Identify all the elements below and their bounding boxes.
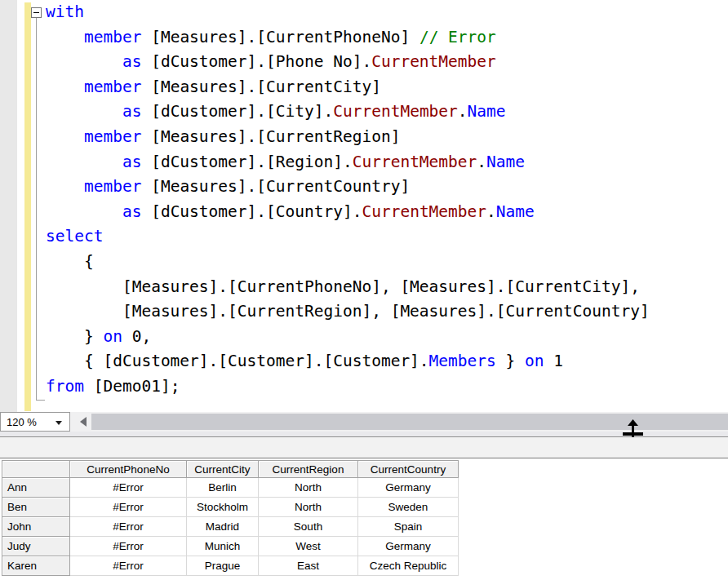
grid-cell[interactable]: #Error xyxy=(70,498,187,517)
row-header[interactable]: Judy xyxy=(2,537,70,556)
column-header[interactable]: CurrentCity xyxy=(187,461,259,478)
code-line: as [dCustomer].[Region].CurrentMember.Na… xyxy=(46,150,723,175)
column-header[interactable]: CurrentPhoneNo xyxy=(70,461,187,478)
grid-cell[interactable]: West xyxy=(259,537,358,556)
grid-cell[interactable]: Berlin xyxy=(187,478,259,498)
grid-cell[interactable]: #Error xyxy=(70,556,187,576)
table-row: John#ErrorMadridSouthSpain xyxy=(2,517,459,537)
grid-header-row: CurrentPhoneNoCurrentCityCurrentRegionCu… xyxy=(2,461,459,478)
grid-cell[interactable]: Germany xyxy=(358,478,459,498)
grid-cell[interactable]: South xyxy=(259,517,358,537)
zoom-level-value: 120 % xyxy=(7,416,37,428)
table-row: Judy#ErrorMunichWestGermany xyxy=(2,537,459,556)
outline-guide-foot xyxy=(36,400,45,401)
code-line: { [dCustomer].[Customer].[Customer].Memb… xyxy=(46,349,723,374)
grid-cell[interactable]: North xyxy=(259,478,358,498)
code-line: from [Demo01]; xyxy=(46,374,723,400)
indicator-margin xyxy=(0,0,17,412)
change-tracking-bar xyxy=(24,2,31,411)
grid-cell[interactable]: Stockholm xyxy=(187,498,259,517)
horizontal-scrollbar-thumb[interactable] xyxy=(91,414,728,430)
grid-cell[interactable]: Munich xyxy=(187,537,259,556)
fold-collapse-button[interactable] xyxy=(31,7,42,18)
grid-cell[interactable]: #Error xyxy=(70,478,187,498)
chevron-down-icon xyxy=(55,421,62,425)
grid-cell[interactable]: Spain xyxy=(358,517,459,537)
table-row: Ben#ErrorStockholmNorthSweden xyxy=(2,498,459,517)
outline-guide-line xyxy=(36,18,37,400)
results-grid-pane: CurrentPhoneNoCurrentCityCurrentRegionCu… xyxy=(0,458,728,580)
grid-cell[interactable]: North xyxy=(259,498,358,517)
grid-body: Ann#ErrorBerlinNorthGermanyBen#ErrorStoc… xyxy=(2,478,459,576)
grid-cell[interactable]: #Error xyxy=(70,537,187,556)
grid-cell[interactable]: #Error xyxy=(70,517,187,537)
results-grid: CurrentPhoneNoCurrentCityCurrentRegionCu… xyxy=(2,460,459,576)
scroll-left-button[interactable] xyxy=(78,413,88,431)
grid-corner-cell[interactable] xyxy=(2,461,70,478)
row-header[interactable]: Ben xyxy=(2,498,70,517)
table-row: Ann#ErrorBerlinNorthGermany xyxy=(2,478,459,498)
code-lines[interactable]: with member [Measures].[CurrentPhoneNo] … xyxy=(46,0,723,408)
code-line: member [Measures].[CurrentPhoneNo] // Er… xyxy=(46,25,723,51)
row-header[interactable]: Karen xyxy=(2,556,70,576)
grid-cell[interactable]: Germany xyxy=(358,537,459,556)
grid-cell[interactable]: Madrid xyxy=(187,517,259,537)
column-header[interactable]: CurrentRegion xyxy=(259,461,358,478)
results-tab-bar: Messages Results xyxy=(0,437,728,458)
column-header[interactable]: CurrentCountry xyxy=(358,461,459,478)
code-line: as [dCustomer].[City].CurrentMember.Name xyxy=(46,100,723,125)
row-header[interactable]: Ann xyxy=(2,478,70,498)
minus-icon xyxy=(33,12,39,13)
grid-cell[interactable]: East xyxy=(259,556,358,576)
row-header[interactable]: John xyxy=(2,517,70,537)
code-line: member [Measures].[CurrentCountry] xyxy=(46,175,723,200)
code-line: as [dCustomer].[Phone No].CurrentMember xyxy=(46,50,723,75)
code-line: [Measures].[CurrentPhoneNo], [Measures].… xyxy=(46,275,723,300)
code-line: [Measures].[CurrentRegion], [Measures].[… xyxy=(46,299,723,325)
table-row: Karen#ErrorPragueEastCzech Republic xyxy=(2,556,459,576)
code-line: as [dCustomer].[Country].CurrentMember.N… xyxy=(46,200,723,225)
pane-splitter[interactable] xyxy=(0,432,728,437)
mdx-query-editor[interactable]: with member [Measures].[CurrentPhoneNo] … xyxy=(0,0,728,412)
code-line: member [Measures].[CurrentRegion] xyxy=(46,125,723,150)
grid-cell[interactable]: Prague xyxy=(187,556,259,576)
code-line: with xyxy=(46,0,723,25)
code-line: member [Measures].[CurrentCity] xyxy=(46,75,723,100)
code-line: } on 0, xyxy=(46,325,723,350)
grid-cell[interactable]: Czech Republic xyxy=(358,556,459,576)
code-line: select xyxy=(46,224,723,250)
zoom-level-select[interactable]: 120 % xyxy=(0,412,70,432)
grid-cell[interactable]: Sweden xyxy=(358,498,459,517)
arrow-left-icon xyxy=(80,417,87,427)
code-line: { xyxy=(46,250,723,275)
